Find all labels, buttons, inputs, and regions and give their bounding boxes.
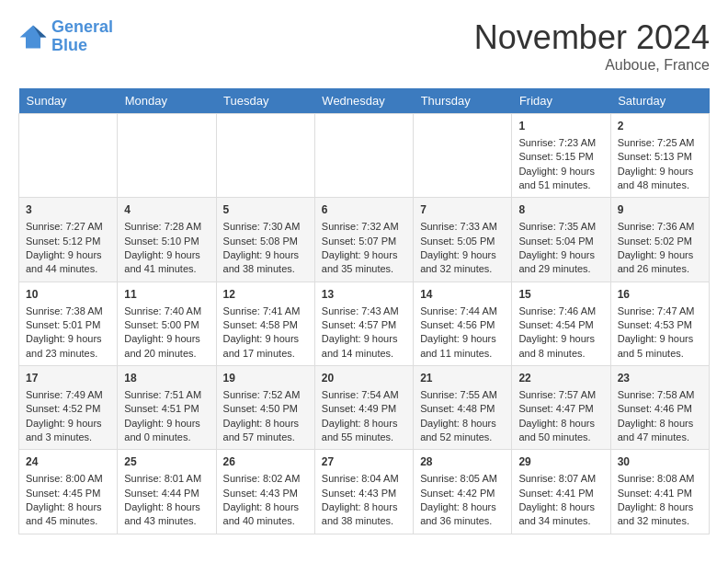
calendar-cell: 23Sunrise: 7:58 AMSunset: 4:46 PMDayligh… (610, 366, 709, 450)
calendar-cell: 7Sunrise: 7:33 AMSunset: 5:05 PMDaylight… (414, 198, 512, 282)
calendar-body: 1Sunrise: 7:23 AMSunset: 5:15 PMDaylight… (19, 114, 710, 534)
day-info: Sunrise: 7:28 AM (124, 220, 209, 234)
day-number: 29 (518, 454, 603, 470)
day-info: Sunrise: 7:46 AM (518, 304, 603, 318)
calendar-cell: 5Sunrise: 7:30 AMSunset: 5:08 PMDaylight… (216, 198, 314, 282)
day-info: Sunrise: 7:54 AM (322, 388, 406, 402)
day-info: Daylight: 8 hours and 43 minutes. (124, 500, 209, 529)
logo-text: General Blue (51, 18, 113, 55)
day-info: Sunrise: 7:40 AM (124, 304, 209, 318)
day-info: Daylight: 8 hours and 57 minutes. (223, 417, 308, 445)
day-info: Daylight: 8 hours and 50 minutes. (518, 417, 603, 445)
day-info: Daylight: 8 hours and 47 minutes. (618, 417, 702, 445)
day-number: 23 (618, 371, 702, 386)
calendar-cell: 19Sunrise: 7:52 AMSunset: 4:50 PMDayligh… (216, 366, 314, 450)
calendar-cell: 14Sunrise: 7:44 AMSunset: 4:56 PMDayligh… (414, 282, 512, 365)
calendar-cell: 28Sunrise: 8:05 AMSunset: 4:42 PMDayligh… (414, 450, 512, 534)
day-number: 2 (618, 119, 702, 134)
day-info: Sunrise: 7:55 AM (420, 388, 505, 402)
day-number: 27 (322, 454, 406, 470)
day-info: Sunrise: 7:44 AM (420, 304, 505, 318)
calendar-table: SundayMondayTuesdayWednesdayThursdayFrid… (18, 88, 710, 534)
day-number: 1 (518, 119, 603, 134)
day-info: Daylight: 9 hours and 48 minutes. (618, 165, 702, 193)
day-header-monday: Monday (118, 88, 216, 114)
day-info: Daylight: 9 hours and 26 minutes. (618, 248, 702, 277)
day-number: 10 (26, 287, 110, 303)
day-number: 20 (322, 371, 406, 386)
header-row: SundayMondayTuesdayWednesdayThursdayFrid… (19, 88, 710, 114)
page-header: General Blue November 2024 Auboue, Franc… (18, 18, 710, 74)
day-info: Daylight: 8 hours and 52 minutes. (420, 417, 505, 445)
day-info: Sunrise: 8:00 AM (26, 472, 110, 486)
day-info: Sunset: 5:10 PM (124, 235, 209, 248)
day-info: Daylight: 8 hours and 38 minutes. (322, 500, 406, 529)
calendar-cell (216, 114, 314, 198)
day-info: Daylight: 9 hours and 0 minutes. (124, 417, 209, 445)
day-info: Sunrise: 8:02 AM (223, 472, 308, 486)
calendar-cell: 24Sunrise: 8:00 AMSunset: 4:45 PMDayligh… (19, 450, 118, 534)
calendar-cell: 3Sunrise: 7:27 AMSunset: 5:12 PMDaylight… (19, 198, 118, 282)
day-info: Sunrise: 7:49 AM (26, 388, 110, 402)
day-header-wednesday: Wednesday (314, 88, 413, 114)
day-info: Sunrise: 7:36 AM (618, 220, 702, 234)
day-number: 24 (26, 454, 110, 470)
location: Auboue, France (474, 57, 710, 74)
day-info: Sunrise: 8:08 AM (618, 472, 702, 486)
day-info: Sunrise: 7:33 AM (420, 220, 505, 234)
calendar-cell: 29Sunrise: 8:07 AMSunset: 4:41 PMDayligh… (512, 450, 610, 534)
calendar-cell (19, 114, 118, 198)
calendar-cell (414, 114, 512, 198)
day-info: Sunset: 4:46 PM (618, 402, 702, 416)
day-number: 19 (223, 371, 308, 386)
day-info: Sunset: 4:52 PM (26, 402, 110, 416)
calendar-cell: 9Sunrise: 7:36 AMSunset: 5:02 PMDaylight… (610, 198, 709, 282)
day-info: Sunrise: 7:47 AM (618, 304, 702, 318)
day-info: Sunset: 4:47 PM (518, 402, 603, 416)
day-info: Sunset: 5:12 PM (26, 235, 110, 248)
day-info: Sunrise: 7:38 AM (26, 304, 110, 318)
day-number: 30 (618, 454, 702, 470)
day-info: Sunset: 5:00 PM (124, 318, 209, 332)
day-info: Sunset: 5:13 PM (618, 150, 702, 164)
day-info: Sunrise: 7:43 AM (322, 304, 406, 318)
calendar-cell: 26Sunrise: 8:02 AMSunset: 4:43 PMDayligh… (216, 450, 314, 534)
day-info: Sunset: 4:50 PM (223, 402, 308, 416)
day-info: Sunset: 4:48 PM (420, 402, 505, 416)
calendar-cell: 6Sunrise: 7:32 AMSunset: 5:07 PMDaylight… (314, 198, 413, 282)
calendar-cell: 27Sunrise: 8:04 AMSunset: 4:43 PMDayligh… (314, 450, 413, 534)
day-number: 12 (223, 287, 308, 303)
day-info: Daylight: 9 hours and 44 minutes. (26, 248, 110, 277)
calendar-cell (118, 114, 216, 198)
day-info: Sunset: 5:05 PM (420, 235, 505, 248)
day-info: Sunset: 4:49 PM (322, 402, 406, 416)
day-info: Sunset: 5:07 PM (322, 235, 406, 248)
day-info: Sunset: 4:42 PM (420, 487, 505, 500)
day-info: Daylight: 8 hours and 40 minutes. (223, 500, 308, 529)
month-title: November 2024 (474, 18, 710, 57)
calendar-cell: 18Sunrise: 7:51 AMSunset: 4:51 PMDayligh… (118, 366, 216, 450)
week-row-4: 17Sunrise: 7:49 AMSunset: 4:52 PMDayligh… (19, 366, 710, 450)
calendar-cell: 13Sunrise: 7:43 AMSunset: 4:57 PMDayligh… (314, 282, 413, 365)
day-number: 8 (518, 202, 603, 218)
day-info: Sunset: 4:45 PM (26, 487, 110, 500)
day-info: Daylight: 9 hours and 38 minutes. (223, 248, 308, 277)
day-info: Sunrise: 7:23 AM (518, 136, 603, 150)
day-header-friday: Friday (512, 88, 610, 114)
day-info: Sunset: 4:41 PM (518, 487, 603, 500)
day-number: 15 (518, 287, 603, 303)
day-info: Sunrise: 7:27 AM (26, 220, 110, 234)
day-info: Daylight: 9 hours and 8 minutes. (518, 332, 603, 361)
day-header-saturday: Saturday (610, 88, 709, 114)
day-info: Sunset: 5:04 PM (518, 235, 603, 248)
day-number: 11 (124, 287, 209, 303)
calendar-cell: 15Sunrise: 7:46 AMSunset: 4:54 PMDayligh… (512, 282, 610, 365)
day-number: 28 (420, 454, 505, 470)
day-info: Daylight: 8 hours and 32 minutes. (618, 500, 702, 529)
day-info: Sunset: 4:43 PM (322, 487, 406, 500)
day-info: Daylight: 9 hours and 51 minutes. (518, 165, 603, 193)
day-info: Sunrise: 8:04 AM (322, 472, 406, 486)
day-number: 18 (124, 371, 209, 386)
day-info: Daylight: 9 hours and 41 minutes. (124, 248, 209, 277)
calendar-cell: 21Sunrise: 7:55 AMSunset: 4:48 PMDayligh… (414, 366, 512, 450)
